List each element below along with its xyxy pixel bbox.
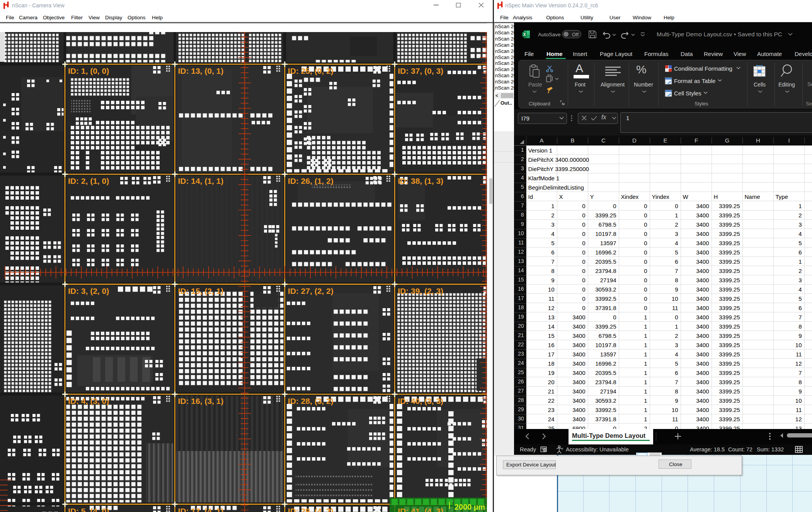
svg-text:X: X xyxy=(523,32,526,37)
svg-text:?: ? xyxy=(561,447,563,451)
